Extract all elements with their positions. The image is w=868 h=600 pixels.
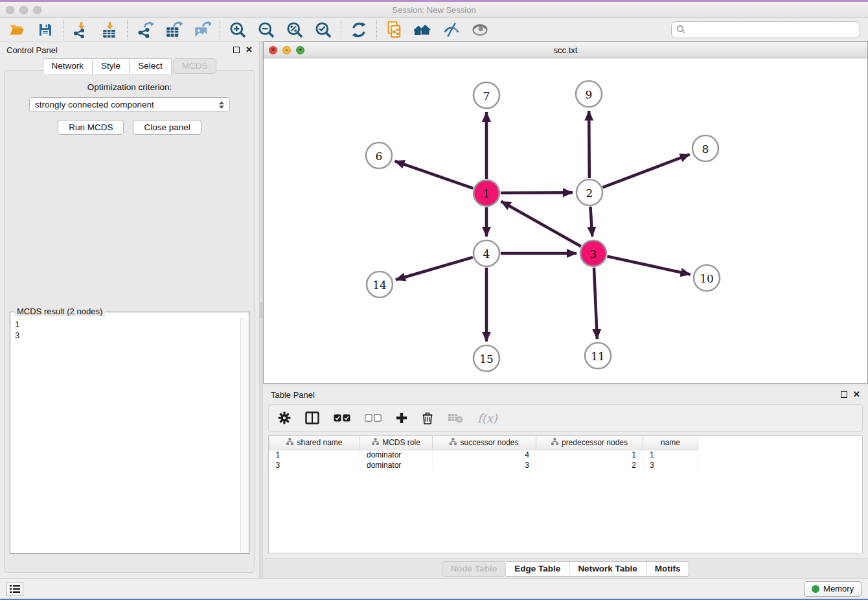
add-column-button[interactable] <box>396 408 407 428</box>
tab-motifs[interactable]: Motifs <box>646 561 690 577</box>
export-table-icon <box>165 21 183 38</box>
show-panels-button[interactable] <box>471 21 489 39</box>
zoom-fit-button[interactable] <box>286 21 304 39</box>
tab-network-table[interactable]: Network Table <box>569 561 646 577</box>
column-header-MCDS-role[interactable]: MCDS role <box>360 436 433 450</box>
fx-icon: f(x) <box>477 411 497 425</box>
cell-MCDS-role[interactable]: dominator <box>360 460 433 470</box>
cell-shared-name[interactable]: 3 <box>269 460 360 470</box>
run-mcds-button[interactable]: Run MCDS <box>58 120 124 135</box>
network-canvas[interactable]: 7968124314101511 <box>264 58 867 383</box>
refresh-layout-button[interactable] <box>350 21 368 39</box>
cell-predecessor-nodes[interactable]: 1 <box>536 450 643 460</box>
column-header-predecessor-nodes[interactable]: predecessor nodes <box>536 436 643 450</box>
table-row[interactable]: 3dominator323 <box>269 460 698 470</box>
table-panel-title: Table Panel <box>271 390 315 400</box>
cell-successor-nodes[interactable]: 4 <box>433 450 536 460</box>
deselect-all-button[interactable] <box>365 408 382 428</box>
tab-style[interactable]: Style <box>93 58 130 74</box>
node-label-7: 7 <box>483 89 490 102</box>
network-window-titlebar[interactable]: ✕ − + scc.txt <box>264 42 867 58</box>
edge-3-1[interactable] <box>501 202 581 246</box>
select-all-button[interactable] <box>334 408 350 428</box>
cell-shared-name[interactable]: 1 <box>269 450 360 460</box>
cell-name[interactable]: 1 <box>643 450 698 460</box>
node-label-6: 6 <box>376 150 383 163</box>
node-label-4: 4 <box>483 248 490 260</box>
toolbar-separator <box>63 20 63 40</box>
home-button[interactable] <box>414 21 432 39</box>
delete-table-button[interactable] <box>448 408 463 428</box>
trash-icon <box>422 411 433 424</box>
tab-network[interactable]: Network <box>43 58 93 74</box>
search-box[interactable] <box>671 21 860 38</box>
save-session-button[interactable] <box>36 21 54 39</box>
edge-2-3[interactable] <box>590 207 592 237</box>
hide-panels-button[interactable] <box>442 21 461 39</box>
zoom-out-button[interactable] <box>257 21 275 39</box>
edge-1-6[interactable] <box>395 161 474 189</box>
delete-column-button[interactable] <box>422 408 433 428</box>
tab-edge-table[interactable]: Edge Table <box>506 561 569 577</box>
network-graph: 7968124314101511 <box>264 58 866 383</box>
node-label-3: 3 <box>590 248 597 260</box>
mcds-result-item[interactable]: 3 <box>15 330 245 341</box>
edge-2-9[interactable] <box>589 111 589 178</box>
cell-name[interactable]: 3 <box>643 460 698 470</box>
table-panel: Table Panel ✕ <box>263 386 868 578</box>
unchecked-boxes-icon <box>365 414 382 422</box>
mcds-result-box: MCDS result (2 nodes) 13 <box>10 312 249 554</box>
edge-1-2[interactable] <box>501 192 573 193</box>
edge-4-14[interactable] <box>396 257 473 280</box>
node-table: shared nameMCDS rolesuccessor nodesprede… <box>268 435 863 553</box>
column-type-icon <box>450 438 457 447</box>
close-table-panel-icon[interactable]: ✕ <box>853 391 860 398</box>
function-builder-button[interactable]: f(x) <box>477 408 497 428</box>
control-panel-title: Control Panel <box>6 45 58 55</box>
task-history-button[interactable] <box>6 582 23 596</box>
column-view-button[interactable] <box>305 408 319 428</box>
close-panel-icon[interactable]: ✕ <box>246 47 253 53</box>
node-label-2: 2 <box>586 187 593 200</box>
toolbar-separator <box>220 20 220 40</box>
plus-icon <box>396 412 407 424</box>
network-window-title: scc.txt <box>264 45 867 55</box>
window-titlebar: Session: New Session <box>0 2 868 18</box>
zoom-in-button[interactable] <box>229 21 247 39</box>
edge-2-8[interactable] <box>603 154 690 187</box>
tab-select[interactable]: Select <box>130 58 172 74</box>
column-header-name[interactable]: name <box>643 436 698 450</box>
import-network-button[interactable] <box>72 21 90 39</box>
zoom-fit-icon <box>286 21 304 39</box>
search-input[interactable] <box>689 23 855 36</box>
optimization-select[interactable]: strongly connected component <box>29 97 230 112</box>
tab-mcds[interactable]: MCDS <box>173 58 217 74</box>
eye-slash-icon <box>442 21 461 39</box>
zoom-selected-button[interactable] <box>314 21 332 39</box>
export-network-button[interactable] <box>136 21 154 39</box>
edge-3-10[interactable] <box>607 257 690 275</box>
mcds-result-item[interactable]: 1 <box>15 319 245 330</box>
tab-node-table[interactable]: Node Table <box>442 561 507 577</box>
table-settings-button[interactable] <box>278 408 291 428</box>
cell-predecessor-nodes[interactable]: 2 <box>536 460 643 470</box>
copy-network-icon <box>385 21 404 39</box>
import-table-button[interactable] <box>100 21 119 39</box>
export-image-button[interactable] <box>193 21 211 39</box>
edge-3-11[interactable] <box>594 268 597 339</box>
float-panel-icon[interactable] <box>233 47 240 53</box>
import-table-icon <box>101 21 118 38</box>
result-scrollbar[interactable] <box>240 318 248 553</box>
column-header-shared-name[interactable]: shared name <box>269 436 360 450</box>
open-session-button[interactable] <box>8 21 26 39</box>
cell-successor-nodes[interactable]: 3 <box>433 460 536 470</box>
copy-network-view-button[interactable] <box>385 21 404 39</box>
column-header-successor-nodes[interactable]: successor nodes <box>433 436 536 450</box>
export-table-button[interactable] <box>165 21 183 39</box>
table-toolbar: f(x) <box>268 404 863 432</box>
close-panel-button[interactable]: Close panel <box>133 120 201 135</box>
cell-MCDS-role[interactable]: dominator <box>360 450 433 460</box>
memory-button[interactable]: Memory <box>804 581 862 597</box>
float-table-panel-icon[interactable] <box>841 391 847 398</box>
table-row[interactable]: 1dominator411 <box>269 450 698 460</box>
